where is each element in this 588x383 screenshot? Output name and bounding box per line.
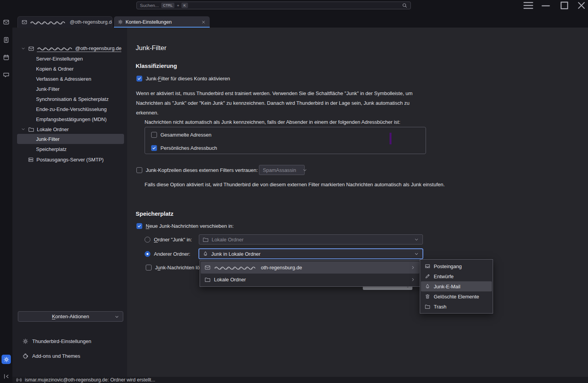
thunderbird-settings-label: Thunderbird-Einstellungen bbox=[32, 338, 91, 344]
collected-addresses-checkbox[interactable] bbox=[151, 132, 157, 138]
close-tab-icon[interactable] bbox=[201, 20, 206, 24]
sidebar-item-sync-storage[interactable]: Synchronisation & Speicherplatz bbox=[12, 94, 127, 104]
mail-tab-icon bbox=[22, 19, 27, 25]
purple-render-artifact bbox=[390, 133, 391, 144]
app-menu-button[interactable] bbox=[522, 1, 534, 10]
chevron-down-icon bbox=[414, 251, 419, 256]
submenu-item-junk[interactable]: Junk-E-Mail bbox=[421, 281, 492, 291]
inbox-icon bbox=[425, 263, 430, 269]
submenu-item-label: Posteingang bbox=[434, 263, 462, 269]
popup-local-folders-row[interactable]: Lokale Ordner bbox=[201, 274, 419, 286]
search-placeholder: Suchen... bbox=[140, 3, 159, 8]
sidebar-item-label: Junk-Filter bbox=[36, 86, 60, 92]
redacted-account-name-scribble bbox=[30, 20, 67, 25]
puzzle-icon bbox=[22, 353, 28, 359]
chevron-right-icon bbox=[410, 277, 416, 282]
submenu-item-label: Trash bbox=[434, 304, 447, 310]
sidebar-account-root[interactable]: @oth-regensburg.de bbox=[12, 43, 127, 54]
tab-account-mail[interactable]: @oth-regensburg.de bbox=[17, 16, 112, 28]
minimize-button[interactable] bbox=[540, 1, 552, 10]
calendar-space-button[interactable] bbox=[3, 54, 9, 61]
gear-icon bbox=[118, 19, 123, 24]
thunderbird-settings-link[interactable]: Thunderbird-Einstellungen bbox=[22, 336, 91, 346]
move-junk-label: Neue Junk-Nachrichten verschieben in: bbox=[146, 223, 234, 229]
sidebar-local-folders-root[interactable]: Lokale Ordner bbox=[12, 124, 127, 134]
other-folder-select[interactable]: Junk in Lokale Ordner bbox=[199, 249, 423, 259]
network-activity-icon bbox=[16, 377, 22, 383]
gear-icon bbox=[22, 338, 28, 344]
thunderbird-window: Suchen... CTRL + K bbox=[0, 0, 588, 383]
addressbook-row-personal[interactable]: Persönliches Adressbuch bbox=[151, 145, 217, 151]
popup-account-row[interactable]: oth-regensburg.de bbox=[201, 262, 419, 274]
submenu-item-trash-folder[interactable]: Trash bbox=[421, 302, 492, 312]
junk-folder-radio-label: Ordner "Junk" in: bbox=[154, 237, 192, 243]
sidebar-item-label: Server-Einstellungen bbox=[36, 56, 83, 62]
account-suffix: @oth-regensburg.de bbox=[75, 45, 121, 51]
status-bar: ismar.mujezinovic@oth-regensburg.de: Ord… bbox=[12, 377, 588, 383]
sidebar-item-return-receipts[interactable]: Empfangsbestätigungen (MDN) bbox=[12, 114, 127, 124]
submenu-item-label: Junk-E-Mail bbox=[434, 284, 460, 289]
trash-icon bbox=[425, 294, 430, 299]
status-text: ismar.mujezinovic@oth-regensburg.de: Ord… bbox=[25, 377, 155, 383]
junk-settings-pane: Junk-Filter Klassifizierung Junk-Filter … bbox=[127, 28, 588, 377]
sidebar-item-junk-filter[interactable]: Junk-Filter bbox=[12, 84, 127, 94]
settings-space-button[interactable] bbox=[2, 355, 11, 364]
junk-folder-select-value: Lokale Ordner bbox=[212, 237, 243, 243]
chevron-down-icon bbox=[302, 168, 307, 173]
sidebar-item-server-settings[interactable]: Server-Einstellungen bbox=[12, 54, 127, 64]
sidebar-item-label: Empfangsbestätigungen (MDN) bbox=[36, 116, 107, 122]
unified-toolbar: Suchen... CTRL + K bbox=[12, 0, 588, 16]
tab-account-settings[interactable]: Konten-Einstellungen bbox=[114, 16, 210, 28]
trust-headers-checkbox[interactable] bbox=[136, 167, 142, 173]
shortcut-ctrl-badge: CTRL bbox=[161, 3, 175, 8]
account-actions-button[interactable]: Konten-Aktionen bbox=[18, 311, 123, 322]
addons-themes-link[interactable]: Add-ons und Themes bbox=[22, 351, 80, 361]
personal-addressbook-label: Persönliches Adressbuch bbox=[160, 145, 217, 151]
junk-flame-icon bbox=[425, 284, 430, 289]
sidebar-local-item-junk-filter-selected[interactable]: Junk-Filter bbox=[17, 134, 124, 144]
sidebar-item-label: Synchronisation & Speicherplatz bbox=[36, 96, 109, 102]
spam-filter-select[interactable]: SpamAssassin bbox=[259, 165, 305, 175]
junk-flame-icon bbox=[203, 251, 208, 256]
address-book-space-button[interactable] bbox=[3, 37, 9, 43]
enable-junk-checkbox[interactable] bbox=[136, 76, 142, 81]
folder-picker-popup: oth-regensburg.de Lokale Ordner bbox=[200, 260, 421, 287]
enable-junk-row: Junk-Filter für dieses Konto aktivieren bbox=[136, 75, 230, 81]
junk-folder-radio-row: Ordner "Junk" in: bbox=[145, 236, 192, 243]
other-folder-radio[interactable] bbox=[145, 251, 150, 257]
chat-space-button[interactable] bbox=[3, 72, 9, 78]
chevron-down-icon bbox=[21, 46, 26, 51]
collapse-spaces-button[interactable] bbox=[3, 373, 9, 380]
sidebar-local-item-storage[interactable]: Speicherplatz bbox=[12, 144, 127, 154]
delete-junk-checkbox[interactable] bbox=[146, 265, 152, 270]
submenu-item-inbox[interactable]: Posteingang bbox=[421, 261, 492, 271]
junk-folder-select[interactable]: Lokale Ordner bbox=[199, 234, 423, 244]
junk-description: Wenn er aktiviert ist, muss Thunderbird … bbox=[136, 88, 419, 118]
close-window-button[interactable] bbox=[576, 1, 587, 10]
folder-icon bbox=[205, 277, 210, 282]
chevron-down-icon bbox=[21, 127, 26, 132]
addressbook-whitelist-box: Gesammelte Adressen Persönliches Adressb… bbox=[145, 127, 426, 154]
sidebar-item-composition[interactable]: Verfassen & Adressieren bbox=[12, 74, 127, 84]
submenu-item-deleted[interactable]: Gelöschte Elemente bbox=[421, 291, 492, 302]
spaces-toolbar bbox=[0, 0, 12, 383]
shortcut-plus: + bbox=[177, 3, 179, 8]
folder-icon bbox=[203, 237, 209, 243]
sidebar-item-copies-folders[interactable]: Kopien & Ordner bbox=[12, 64, 127, 74]
junk-folder-radio[interactable] bbox=[145, 237, 150, 243]
personal-addressbook-checkbox[interactable] bbox=[151, 145, 157, 151]
sidebar-item-label: Junk-Filter bbox=[36, 136, 60, 142]
other-folder-select-value: Junk in Lokale Ordner bbox=[211, 251, 260, 257]
account-settings-sidebar: @oth-regensburg.de Server-Einstellungen … bbox=[12, 28, 127, 377]
addressbook-row-collected[interactable]: Gesammelte Adressen bbox=[151, 132, 212, 138]
chevron-right-icon bbox=[410, 265, 416, 270]
other-folder-radio-row: Anderer Ordner: bbox=[145, 251, 190, 257]
sidebar-item-e2e-encryption[interactable]: Ende-zu-Ende-Verschlüsselung bbox=[12, 104, 127, 114]
maximize-button[interactable] bbox=[559, 1, 570, 10]
mail-space-button[interactable] bbox=[3, 19, 9, 25]
collected-addresses-label: Gesammelte Adressen bbox=[160, 132, 212, 138]
global-search-field[interactable]: Suchen... CTRL + K bbox=[136, 2, 411, 9]
move-junk-checkbox[interactable] bbox=[136, 223, 142, 229]
sidebar-smtp-server[interactable]: Postausgangs-Server (SMTP) bbox=[12, 154, 127, 165]
submenu-item-drafts[interactable]: Entwürfe bbox=[421, 271, 492, 281]
